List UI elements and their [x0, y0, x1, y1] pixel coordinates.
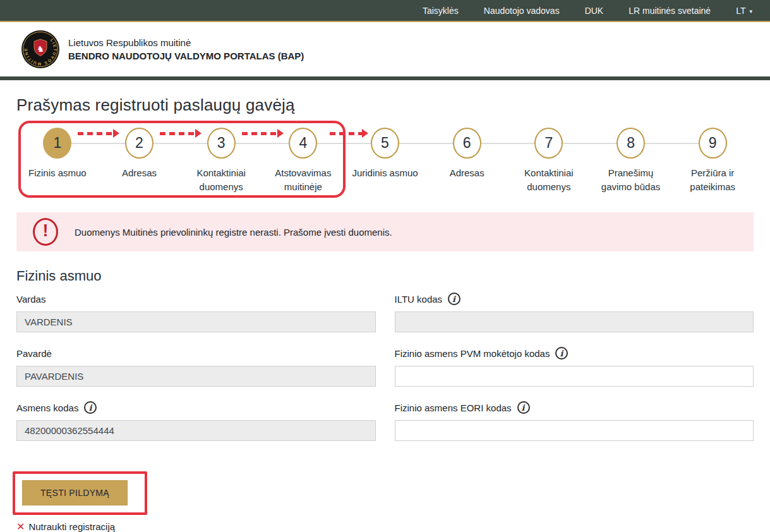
- step-4-atstovavimas-muitineje[interactable]: 4 Atstovavimas muitinėje: [262, 128, 344, 198]
- header-divider: [0, 76, 770, 80]
- continue-button[interactable]: TĘSTI PILDYMĄ: [22, 480, 128, 505]
- step-4-circle: 4: [289, 128, 317, 159]
- chevron-down-icon: ▾: [749, 8, 752, 15]
- customs-logo: LIETUVOS MUITINĖ ♞: [21, 30, 59, 68]
- step-7-label: Kontaktiniai duomenys: [511, 166, 587, 194]
- cancel-registration-link[interactable]: ✕ Nutraukti registraciją: [16, 521, 115, 532]
- alert-message: Duomenys Muitinės prievolininkų registre…: [75, 227, 392, 238]
- logo-knight-icon: ♞: [37, 44, 44, 54]
- wizard-stepper: 1 Fizinis asmuo 2 Adresas 3 Kontaktiniai…: [16, 128, 754, 198]
- cancel-registration-label: Nutraukti registraciją: [28, 521, 115, 532]
- annotation-box-continue-button: TĘSTI PILDYMĄ: [13, 471, 147, 515]
- vardas-input: [16, 311, 376, 332]
- step-2-adresas[interactable]: 2 Adresas: [99, 128, 181, 198]
- field-iltu-kodas: ILTU kodas i: [395, 292, 754, 332]
- step-2-circle: 2: [125, 128, 153, 159]
- vardas-label: Vardas: [16, 292, 376, 306]
- step-3-kontaktiniai-duomenys[interactable]: 3 Kontaktiniai duomenys: [180, 128, 262, 198]
- organization-name: Lietuvos Respublikos muitinė: [68, 37, 304, 48]
- asmens-kodas-input: [16, 420, 376, 441]
- info-icon[interactable]: i: [84, 401, 97, 414]
- step-9-label: Peržiūra ir pateikimas: [675, 166, 750, 194]
- step-6-label: Adresas: [429, 166, 505, 180]
- iltu-kodas-input: [395, 311, 754, 332]
- customs-logo-emblem: LIETUVOS MUITINĖ ♞: [21, 30, 59, 68]
- step-7-kontaktiniai-duomenys[interactable]: 7 Kontaktiniai duomenys: [508, 128, 590, 198]
- portal-header: LIETUVOS MUITINĖ ♞ Lietuvos Respublikos …: [0, 22, 770, 76]
- iltu-kodas-label: ILTU kodas i: [395, 292, 754, 306]
- language-dropdown[interactable]: LT ▾: [736, 6, 752, 16]
- step-8-label: Pranešimų gavimo būdas: [593, 166, 669, 194]
- step-6-circle: 6: [453, 128, 481, 159]
- page-title: Prašymas registruoti paslaugų gavėją: [16, 95, 754, 115]
- annotation-arrow-1-2: [78, 132, 114, 135]
- step-9-perziura-ir-pateikimas[interactable]: 9 Peržiūra ir pateikimas: [671, 128, 754, 198]
- header-titles: Lietuvos Respublikos muitinė BENDRO NAUD…: [68, 37, 304, 61]
- step-5-juridinis-asmuo[interactable]: 5 Juridinis asmuo: [344, 128, 426, 198]
- warning-alert: ! Duomenys Muitinės prievolininkų regist…: [16, 212, 754, 251]
- field-asmens-kodas: Asmens kodas i: [16, 401, 376, 441]
- step-3-label: Kontaktiniai duomenys: [183, 166, 259, 194]
- asmens-kodas-label: Asmens kodas i: [16, 401, 376, 414]
- step-8-pranesimu-gavimo-budas[interactable]: 8 Pranešimų gavimo būdas: [590, 128, 672, 198]
- step-3-circle: 3: [207, 128, 236, 159]
- pvm-kodas-input[interactable]: [395, 366, 754, 387]
- step-6-adresas[interactable]: 6 Adresas: [426, 128, 508, 198]
- step-1-circle: 1: [43, 128, 71, 159]
- field-vardas: Vardas: [16, 292, 376, 332]
- step-1-fizinis-asmuo[interactable]: 1 Fizinis asmuo: [16, 128, 99, 198]
- step-7-circle: 7: [534, 128, 563, 159]
- step-1-label: Fizinis asmuo: [20, 166, 95, 180]
- step-9-circle: 9: [699, 128, 727, 159]
- form-left-column: Vardas Pavardė Asmens kodas i: [16, 292, 376, 455]
- exclamation-circle-icon: !: [33, 218, 58, 246]
- field-pavarde: Pavardė: [16, 346, 376, 387]
- main-content: Prašymas registruoti paslaugų gavėją 1 F…: [0, 95, 770, 532]
- step-5-label: Juridinis asmuo: [347, 166, 423, 180]
- step-4-label: Atstovavimas muitinėje: [265, 166, 341, 194]
- info-icon[interactable]: i: [448, 293, 460, 305]
- annotation-arrow-4-5: [330, 132, 363, 135]
- eori-kodas-label: Fizinio asmens EORI kodas i: [395, 401, 754, 414]
- annotation-arrow-2-3: [160, 132, 196, 135]
- pavarde-label: Pavardė: [16, 346, 376, 360]
- annotation-arrow-3-4: [242, 132, 278, 135]
- portal-name: BENDRO NAUDOTOJŲ VALDYMO PORTALAS (BAP): [68, 51, 304, 61]
- section-title-fizinis-asmuo: Fizinis asmuo: [16, 268, 754, 284]
- person-form: Vardas Pavardė Asmens kodas i ILTU kodas: [16, 292, 754, 455]
- nav-item-lr-muitines-svetaine[interactable]: LR muitinės svetainė: [629, 6, 711, 16]
- pvm-kodas-label: Fizinio asmens PVM mokėtojo kodas i: [395, 346, 754, 360]
- nav-item-duk[interactable]: DUK: [585, 6, 604, 16]
- x-icon: ✕: [16, 522, 25, 532]
- info-icon[interactable]: i: [517, 401, 530, 414]
- eori-kodas-input[interactable]: [395, 420, 754, 441]
- field-eori-kodas: Fizinio asmens EORI kodas i: [395, 401, 754, 441]
- field-pvm-kodas: Fizinio asmens PVM mokėtojo kodas i: [395, 346, 754, 387]
- step-2-label: Adresas: [102, 166, 177, 180]
- pavarde-input: [16, 366, 376, 387]
- step-5-circle: 5: [371, 128, 399, 159]
- step-8-circle: 8: [617, 128, 645, 159]
- top-navbar: Taisyklės Naudotojo vadovas DUK LR muiti…: [0, 0, 770, 22]
- nav-item-naudotojo-vadovas[interactable]: Naudotojo vadovas: [484, 6, 560, 16]
- info-icon[interactable]: i: [555, 347, 568, 360]
- form-right-column: ILTU kodas i Fizinio asmens PVM mokėtojo…: [395, 292, 754, 455]
- nav-item-taisykles[interactable]: Taisyklės: [423, 6, 459, 16]
